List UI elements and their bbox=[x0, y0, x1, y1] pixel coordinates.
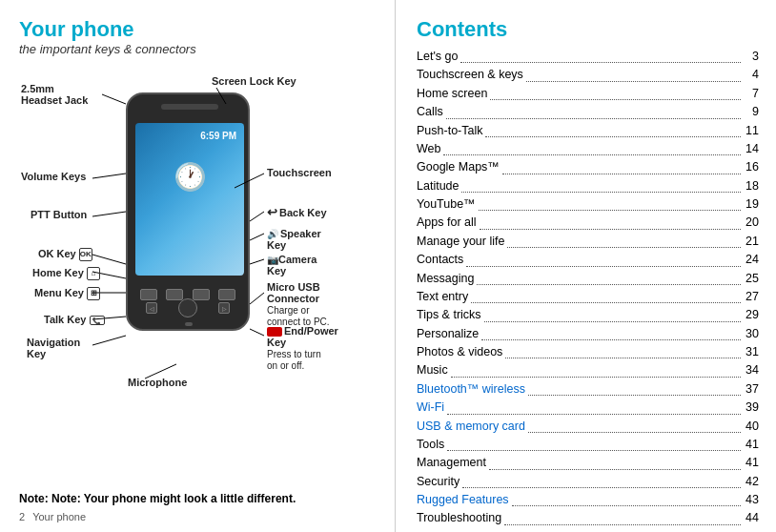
toc-dots bbox=[462, 473, 741, 488]
toc-label: Google Maps™ bbox=[417, 158, 500, 176]
left-panel: Your phone the important keys & connecto… bbox=[0, 0, 396, 532]
toc-dots bbox=[447, 436, 741, 451]
toc-page-number: 7 bbox=[744, 85, 759, 103]
toc-label: Messaging bbox=[417, 270, 474, 288]
svg-line-8 bbox=[250, 259, 264, 264]
label-menu-key: Menu Key ⊞ bbox=[34, 287, 101, 300]
page-subtitle: the important keys & connectors bbox=[19, 42, 376, 56]
label-ptt-button: PTT Button bbox=[31, 209, 87, 220]
toc-page-number: 37 bbox=[744, 380, 759, 399]
toc-label: Personalize bbox=[417, 325, 479, 343]
label-home-key: Home Key ⌂ bbox=[32, 267, 101, 280]
toc-item: Photos & videos31 bbox=[417, 343, 759, 361]
toc-item: Home screen7 bbox=[417, 85, 759, 103]
toc-dots bbox=[512, 491, 741, 506]
svg-line-10 bbox=[250, 293, 264, 304]
toc-dots bbox=[451, 361, 741, 377]
toc-page-number: 41 bbox=[744, 436, 759, 454]
toc-item: Google Maps™16 bbox=[417, 158, 759, 176]
svg-line-13 bbox=[92, 336, 126, 345]
toc-dots bbox=[528, 418, 741, 433]
label-micro-usb: Micro USB Connector Charge orconnect to … bbox=[267, 281, 330, 327]
toc-label: Tips & tricks bbox=[417, 306, 481, 324]
toc-page-number: 25 bbox=[744, 270, 759, 288]
label-back-key: ↩Back Key bbox=[267, 205, 327, 219]
toc-dots bbox=[485, 122, 741, 137]
svg-line-2 bbox=[92, 174, 126, 178]
toc-dots bbox=[507, 233, 741, 248]
label-talk-key: Talk Key 📞 bbox=[44, 314, 105, 325]
toc-item: Bluetooth™ wireless37 bbox=[417, 380, 759, 399]
toc-item: Latitude18 bbox=[417, 177, 759, 195]
toc-page-number: 21 bbox=[744, 233, 759, 251]
toc-dots bbox=[484, 306, 741, 321]
toc-dots bbox=[466, 251, 741, 266]
toc-item: Text entry27 bbox=[417, 288, 759, 306]
label-volume-keys: Volume Keys bbox=[21, 171, 86, 182]
toc-dots bbox=[479, 195, 741, 211]
toc-page-number: 14 bbox=[744, 140, 759, 158]
toc-label: Tools bbox=[417, 436, 444, 454]
toc-dots bbox=[490, 85, 741, 100]
toc-item: YouTube™19 bbox=[417, 195, 759, 214]
label-headset-jack: 2.5mm Headset Jack bbox=[21, 83, 88, 106]
svg-line-4 bbox=[250, 212, 264, 221]
toc-item: Contacts24 bbox=[417, 251, 759, 269]
toc-dots bbox=[504, 509, 741, 524]
toc-dots bbox=[489, 454, 741, 469]
toc-item: Manage your life21 bbox=[417, 233, 759, 251]
toc-page-number: 9 bbox=[744, 103, 759, 121]
page-title: Your phone bbox=[19, 17, 376, 42]
toc-dots bbox=[477, 270, 741, 285]
toc-page-number: 20 bbox=[744, 214, 759, 232]
toc-label: Home screen bbox=[417, 85, 487, 103]
toc-page-number: 41 bbox=[744, 454, 759, 472]
toc-page-number: 27 bbox=[744, 288, 759, 306]
toc-label: Rugged Features bbox=[417, 491, 509, 509]
label-navigation-key: NavigationKey bbox=[27, 337, 80, 359]
contents-title: Contents bbox=[417, 17, 759, 42]
toc-label: YouTube™ bbox=[417, 195, 476, 214]
toc-dots bbox=[447, 399, 741, 414]
toc-item: USB & memory card40 bbox=[417, 418, 759, 436]
svg-line-6 bbox=[250, 234, 264, 240]
svg-line-3 bbox=[92, 212, 126, 216]
phone-diagram: 6:59 PM 🕐 ◁ ▷ 2.5mm Headset Jack bbox=[21, 64, 374, 426]
toc-label: Latitude bbox=[417, 177, 459, 195]
toc-label: Security bbox=[417, 473, 459, 491]
toc-dots bbox=[502, 158, 741, 174]
toc-item: Wi-Fi39 bbox=[417, 399, 759, 417]
toc-page-number: 3 bbox=[744, 48, 759, 66]
toc-label: Contacts bbox=[417, 251, 463, 269]
clock-display: 6:59 PM bbox=[200, 131, 236, 141]
toc-dots bbox=[528, 380, 741, 396]
toc-page-number: 44 bbox=[744, 509, 759, 527]
toc-label: Management bbox=[417, 454, 486, 472]
toc-item: Push-to-Talk11 bbox=[417, 122, 759, 140]
label-camera-key: 📷CameraKey bbox=[267, 254, 317, 276]
toc-page-number: 34 bbox=[744, 361, 759, 379]
toc-page-number: 4 bbox=[744, 66, 759, 84]
toc-page-number: 31 bbox=[744, 343, 759, 361]
toc-label: Wi-Fi bbox=[417, 399, 444, 417]
menu-icon: ⊞ bbox=[87, 287, 100, 300]
toc-item: Safety, Regulatory & Legal45 bbox=[417, 528, 759, 532]
toc-page-number: 29 bbox=[744, 306, 759, 324]
toc-label: Bluetooth™ wireless bbox=[417, 380, 525, 399]
toc-label: Photos & videos bbox=[417, 343, 502, 361]
toc-item: Personalize30 bbox=[417, 325, 759, 343]
toc-page-number: 18 bbox=[744, 177, 759, 195]
toc-label: Calls bbox=[417, 103, 443, 121]
toc-label: USB & memory card bbox=[417, 418, 525, 436]
toc-item: Apps for all20 bbox=[417, 214, 759, 232]
toc-dots bbox=[561, 528, 741, 532]
toc-label: Manage your life bbox=[417, 233, 504, 251]
toc-dots bbox=[443, 140, 741, 155]
toc-page-number: 30 bbox=[744, 325, 759, 343]
toc-item: Tips & tricks29 bbox=[417, 306, 759, 324]
toc-dots bbox=[471, 288, 741, 303]
svg-line-12 bbox=[250, 329, 264, 336]
toc-dots bbox=[481, 325, 741, 340]
label-touchscreen: Touchscreen bbox=[267, 167, 332, 178]
toc-label: Music bbox=[417, 361, 448, 379]
